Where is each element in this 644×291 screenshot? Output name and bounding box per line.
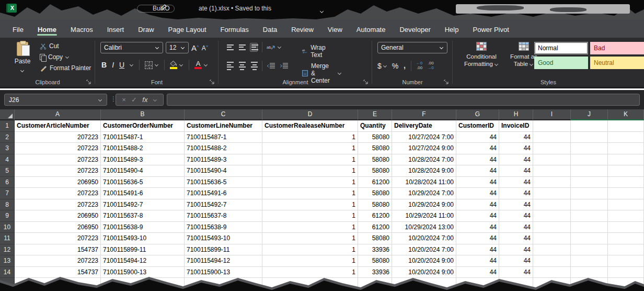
cell-E1[interactable]: Quantity [358, 120, 392, 132]
chevron-down-icon[interactable] [320, 10, 324, 13]
cell-G14[interactable]: 44 [456, 267, 499, 278]
cell-H12[interactable]: 44 [499, 244, 533, 256]
cell-C9[interactable]: 7100115637-8 [185, 210, 262, 222]
comma-style-button[interactable]: , [403, 62, 406, 67]
cell-H3[interactable]: 44 [499, 143, 533, 154]
insert-function-button[interactable]: fx [142, 96, 147, 104]
cell-J9[interactable] [571, 210, 608, 222]
align-right-button[interactable] [250, 61, 258, 71]
cell-A8[interactable]: 207223 [15, 199, 101, 211]
cell-B4[interactable]: 7100115489-3 [101, 154, 185, 166]
cell-I10[interactable] [533, 222, 571, 233]
cell-I13[interactable] [533, 255, 571, 267]
cell-J[interactable] [571, 278, 608, 289]
cell-H4[interactable]: 44 [499, 154, 533, 166]
cell-G[interactable] [456, 278, 499, 289]
cell-J13[interactable] [571, 255, 608, 267]
underline-button[interactable]: U [119, 61, 124, 69]
cell-J12[interactable] [571, 244, 608, 256]
cell-H1[interactable]: InvoiceID [499, 120, 533, 132]
menu-tab-automate[interactable]: Automate [351, 21, 391, 37]
cut-button[interactable]: Cut [40, 42, 91, 50]
format-painter-button[interactable]: Format Painter [40, 64, 91, 72]
cell-I4[interactable] [533, 154, 571, 166]
select-all-corner[interactable] [0, 109, 15, 120]
cell-F[interactable] [392, 278, 456, 289]
menu-tab-formulas[interactable]: Formulas [215, 21, 254, 37]
cell-E9[interactable]: 61200 [358, 210, 392, 222]
cell-B2[interactable]: 7100115487-1 [101, 132, 185, 143]
cell-C4[interactable]: 7100115489-3 [185, 154, 262, 166]
cell-B[interactable] [101, 278, 185, 289]
cell-J10[interactable] [571, 222, 608, 233]
cell-G11[interactable]: 44 [456, 233, 499, 244]
wrap-text-button[interactable]: ab Wrap Text [302, 44, 328, 59]
cell-style-bad[interactable]: Bad [590, 42, 644, 54]
paste-button[interactable]: Paste [10, 42, 34, 74]
cell-D8[interactable]: 1 [262, 199, 358, 211]
cell-G6[interactable]: 44 [456, 177, 499, 188]
cell-A12[interactable]: 154737 [15, 244, 101, 256]
cell-F6[interactable]: 10/28/2024 11:00 [392, 177, 456, 188]
cell-C14[interactable]: 7100115900-13 [185, 267, 262, 278]
cell-F2[interactable]: 10/27/2024 7:00 [392, 132, 456, 143]
cell-B13[interactable]: 7100115494-12 [101, 255, 185, 267]
menu-tab-insert[interactable]: Insert [102, 21, 130, 37]
menu-tab-file[interactable]: File [7, 21, 29, 37]
copy-dropdown-icon[interactable] [65, 55, 70, 59]
menu-tab-power-pivot[interactable]: Power Pivot [467, 21, 514, 37]
menu-tab-page-layout[interactable]: Page Layout [163, 21, 212, 37]
cell-I1[interactable] [533, 120, 571, 132]
cell-F11[interactable]: 10/20/2024 7:00 [392, 233, 456, 244]
cell-D7[interactable]: 1 [262, 188, 358, 199]
cell-J11[interactable] [571, 233, 608, 244]
cell-B10[interactable]: 7100115638-9 [101, 222, 185, 233]
row-header-8[interactable]: 8 [0, 199, 15, 211]
cell-J3[interactable] [571, 143, 608, 154]
align-left-button[interactable] [226, 61, 234, 71]
cell-E[interactable] [358, 278, 392, 289]
cell-D12[interactable]: 1 [262, 244, 358, 256]
cell-J6[interactable] [571, 177, 608, 188]
cell-G5[interactable]: 44 [456, 165, 499, 177]
cell-B14[interactable]: 7100115900-13 [101, 267, 185, 278]
cell-E10[interactable]: 61200 [358, 222, 392, 233]
cell-E5[interactable]: 58080 [358, 165, 392, 177]
cell-F8[interactable]: 10/29/2024 9:00 [392, 199, 456, 211]
cell-F14[interactable]: 10/20/2024 9:00 [392, 267, 456, 278]
cell-C1[interactable]: CustomerLineNumber [185, 120, 262, 132]
align-center-button[interactable] [238, 61, 246, 71]
cell-D[interactable] [262, 278, 358, 289]
cell-E6[interactable]: 61200 [358, 177, 392, 188]
font-size-combo[interactable]: 12 [166, 42, 189, 53]
cell-G10[interactable]: 44 [456, 222, 499, 233]
cell-B12[interactable]: 7100115899-11 [101, 244, 185, 256]
menu-tab-home[interactable]: Home [32, 21, 62, 37]
cell-E3[interactable]: 58080 [358, 143, 392, 154]
cell-J7[interactable] [571, 188, 608, 199]
cell-E14[interactable]: 33936 [358, 267, 392, 278]
cell-K8[interactable] [608, 199, 644, 211]
cell-E7[interactable]: 58080 [358, 188, 392, 199]
cell-I11[interactable] [533, 233, 571, 244]
cell-F5[interactable]: 10/28/2024 9:00 [392, 165, 456, 177]
menu-tab-developer[interactable]: Developer [394, 21, 435, 37]
cell-F4[interactable]: 10/28/2024 7:00 [392, 154, 456, 166]
column-header-I[interactable]: I [533, 109, 571, 120]
row-header-14[interactable]: 14 [0, 267, 15, 278]
row-header-4[interactable]: 4 [0, 154, 15, 166]
cell-K3[interactable] [608, 143, 644, 154]
cell-H[interactable] [499, 278, 533, 289]
cell-A4[interactable]: 207223 [15, 154, 101, 166]
cell-C10[interactable]: 7100115638-9 [185, 222, 262, 233]
cell-I5[interactable] [533, 165, 571, 177]
cell-A5[interactable]: 207223 [15, 165, 101, 177]
column-header-A[interactable]: A [15, 109, 101, 120]
cell-A[interactable] [15, 278, 101, 289]
cell-G3[interactable]: 44 [456, 143, 499, 154]
column-header-D[interactable]: D [262, 109, 358, 120]
cell-J14[interactable] [571, 267, 608, 278]
cell-J8[interactable] [571, 199, 608, 211]
cell-I8[interactable] [533, 199, 571, 211]
name-box[interactable]: J26 [4, 94, 107, 106]
